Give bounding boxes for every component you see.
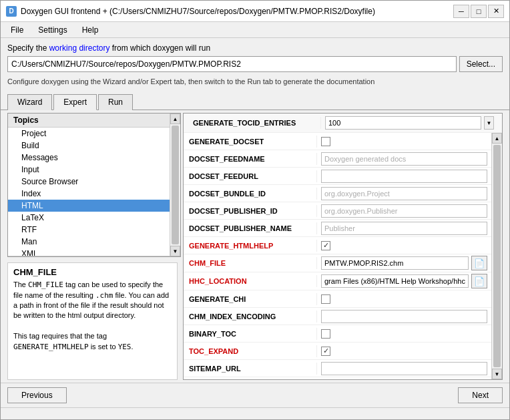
sidebar-item-project[interactable]: Project: [8, 128, 170, 140]
top-partial-input[interactable]: [325, 116, 481, 130]
main-scroll-up[interactable]: ▲: [492, 133, 502, 144]
sidebar-item-messages[interactable]: Messages: [8, 152, 170, 164]
value-generate-htmlhelp: [317, 240, 491, 252]
row-docset-feedname: DOCSET_FEEDNAME: [184, 150, 491, 168]
previous-button[interactable]: Previous: [7, 387, 67, 403]
row-docset-bundle-id: DOCSET_BUNDLE_ID: [184, 185, 491, 202]
name-docset-bundle-id: DOCSET_BUNDLE_ID: [184, 188, 317, 200]
titlebar: D Doxygen GUI frontend + (C:/Users/CNMIZ…: [1, 1, 509, 22]
name-docset-publisher-id: DOCSET_PUBLISHER_ID: [184, 205, 317, 217]
tab-run[interactable]: Run: [98, 94, 133, 110]
sidebar: Topics Project Build Messages Input Sour…: [7, 113, 181, 257]
main-window: D Doxygen GUI frontend + (C:/Users/CNMIZ…: [0, 0, 510, 420]
name-toc-expand: TOC_EXPAND: [184, 345, 317, 357]
input-docset-feedurl[interactable]: [321, 170, 487, 183]
maximize-button[interactable]: □: [471, 5, 487, 18]
hhc-location-browse-button[interactable]: 📄: [471, 274, 487, 288]
input-docset-publisher-id[interactable]: [321, 204, 487, 218]
input-hhc-location[interactable]: [321, 274, 469, 288]
input-sitemap-url[interactable]: [321, 362, 487, 375]
name-chm-index-encoding: CHM_INDEX_ENCODING: [184, 310, 317, 323]
app-icon: D: [6, 6, 17, 17]
sidebar-scroll-up[interactable]: ▲: [170, 114, 180, 124]
sidebar-item-index[interactable]: Index: [8, 188, 170, 200]
input-docset-publisher-name[interactable]: [321, 222, 487, 235]
value-docset-publisher-id: [317, 203, 491, 219]
tab-expert[interactable]: Expert: [53, 94, 97, 110]
input-docset-feedname[interactable]: [321, 152, 487, 166]
name-binary-toc: BINARY_TOC: [184, 328, 317, 340]
row-generate-htmlhelp: GENERATE_HTMLHELP: [184, 237, 491, 254]
desc-title: CHM_FILE: [13, 267, 172, 277]
checkbox-generate-chi[interactable]: [321, 294, 330, 304]
value-binary-toc: [317, 328, 491, 340]
sidebar-item-latex[interactable]: LaTeX: [8, 212, 170, 224]
main-scrollbar[interactable]: ▲ ▼: [491, 133, 502, 379]
row-generate-qhp: GENERATE_QHP: [184, 377, 491, 379]
sidebar-scroll-down[interactable]: ▼: [170, 246, 180, 256]
input-chm-file[interactable]: [321, 256, 469, 270]
name-generate-docset: GENERATE_DOCSET: [184, 136, 317, 148]
sidebar-header: Topics: [8, 114, 170, 128]
sidebar-item-input[interactable]: Input: [8, 164, 170, 176]
sidebar-with-scroll: Topics Project Build Messages Input Sour…: [8, 114, 180, 256]
row-docset-publisher-name: DOCSET_PUBLISHER_NAME: [184, 220, 491, 237]
name-generate-htmlhelp: GENERATE_HTMLHELP: [184, 240, 317, 252]
menu-settings[interactable]: Settings: [32, 23, 73, 37]
value-docset-publisher-name: [317, 220, 491, 236]
top-partial-row: GENERATE_TOCID_ENTRIES ▼: [184, 114, 502, 133]
desc-text: The CHM_FILE tag can be used to specify …: [13, 280, 172, 352]
content-area: Topics Project Build Messages Input Sour…: [1, 110, 509, 383]
row-generate-docset: GENERATE_DOCSET: [184, 133, 491, 150]
sidebar-item-html[interactable]: HTML: [8, 200, 170, 212]
sidebar-scrollbar[interactable]: ▲ ▼: [170, 114, 180, 256]
value-generate-chi: [317, 293, 491, 305]
window-title: Doxygen GUI frontend + (C:/Users/CNMIZHU…: [21, 7, 375, 16]
value-docset-bundle-id: [317, 186, 491, 202]
sidebar-item-build[interactable]: Build: [8, 140, 170, 152]
sidebar-container: Topics Project Build Messages Input Sour…: [7, 113, 178, 380]
menu-file[interactable]: File: [5, 23, 29, 37]
value-chm-file: 📄: [317, 254, 491, 272]
name-chm-file: CHM_FILE: [184, 257, 317, 269]
working-dir-input[interactable]: [7, 56, 457, 72]
minimize-button[interactable]: ─: [453, 5, 469, 18]
input-chm-index-encoding[interactable]: [321, 310, 487, 323]
next-button[interactable]: Next: [458, 387, 503, 403]
row-chm-file: CHM_FILE 📄: [184, 254, 491, 272]
row-docset-feedurl: DOCSET_FEEDURL: [184, 168, 491, 185]
settings-area: GENERATE_DOCSET DOCSET_FEEDNAME: [184, 133, 491, 379]
desc-tag3: GENERATE_HTMLHELP: [13, 343, 89, 351]
checkbox-binary-toc[interactable]: [321, 329, 330, 339]
working-dir-label: Specify the working directory from which…: [7, 43, 503, 53]
row-hhc-location: HHC_LOCATION 📄: [184, 272, 491, 290]
chm-file-browse-button[interactable]: 📄: [471, 256, 487, 270]
close-button[interactable]: ✕: [488, 5, 504, 18]
main-with-scroll: GENERATE_DOCSET DOCSET_FEEDNAME: [184, 133, 502, 379]
desc-tag2: .chm: [95, 291, 113, 300]
top-partial-dropdown[interactable]: ▼: [484, 116, 494, 130]
desc-tag4: YES: [118, 343, 132, 351]
input-docset-bundle-id[interactable]: [321, 187, 487, 200]
value-sitemap-url: [317, 361, 491, 377]
toolbar-area: Specify the working directory from which…: [1, 38, 509, 93]
sidebar-item-rtf[interactable]: RTF: [8, 224, 170, 236]
main-scroll-thumb[interactable]: [493, 145, 501, 367]
name-docset-publisher-name: DOCSET_PUBLISHER_NAME: [184, 222, 317, 234]
main-scroll-down[interactable]: ▼: [492, 369, 502, 379]
select-dir-button[interactable]: Select...: [459, 56, 503, 72]
checkbox-generate-htmlhelp[interactable]: [321, 241, 330, 250]
menu-help[interactable]: Help: [76, 23, 105, 37]
row-chm-index-encoding: CHM_INDEX_ENCODING: [184, 308, 491, 325]
status-bar: [1, 407, 509, 419]
sidebar-item-source-browser[interactable]: Source Browser: [8, 176, 170, 188]
sidebar-scroll-thumb[interactable]: [172, 126, 179, 244]
tab-wizard[interactable]: Wizard: [7, 94, 52, 110]
config-label: Configure doxygen using the Wizard and/o…: [7, 75, 503, 88]
sidebar-list: Topics Project Build Messages Input Sour…: [8, 114, 170, 256]
sidebar-item-man[interactable]: Man: [8, 236, 170, 248]
checkbox-generate-docset[interactable]: [321, 137, 330, 146]
checkbox-toc-expand[interactable]: [321, 347, 330, 356]
sidebar-item-xml[interactable]: XML: [8, 248, 170, 256]
working-dir-blue: working directory: [49, 43, 110, 53]
